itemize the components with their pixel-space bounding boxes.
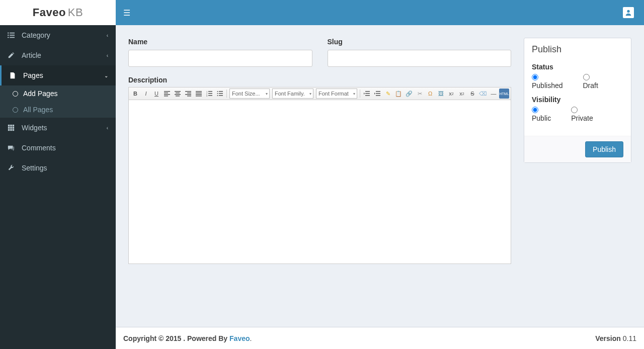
align-right-button[interactable] xyxy=(183,89,193,99)
sidebar-item-pages[interactable]: Pages ⌄ xyxy=(0,65,116,85)
sidebar-item-settings[interactable]: Settings xyxy=(0,158,116,178)
comments-icon xyxy=(8,144,18,151)
status-draft-radio[interactable] xyxy=(583,74,590,80)
name-input[interactable] xyxy=(128,50,312,67)
hr-button[interactable]: — xyxy=(489,89,499,99)
align-justify-button[interactable] xyxy=(194,89,204,99)
remove-format-button[interactable]: ✎ xyxy=(383,89,393,99)
font-format-select[interactable]: Font Format xyxy=(316,89,357,99)
publish-button[interactable]: Publish xyxy=(585,141,623,157)
svg-rect-1 xyxy=(8,33,9,34)
logo[interactable]: Faveo KB xyxy=(0,0,116,25)
underline-button[interactable]: U xyxy=(151,89,162,99)
sidebar-toggle-button[interactable]: ☰ xyxy=(116,0,138,25)
unordered-list-button[interactable] xyxy=(215,89,225,99)
circle-icon xyxy=(13,107,18,113)
special-char-button[interactable]: Ω xyxy=(425,89,435,99)
italic-button[interactable]: I xyxy=(141,89,151,99)
slug-input[interactable] xyxy=(328,50,512,67)
align-center-button[interactable] xyxy=(173,89,183,99)
svg-rect-18 xyxy=(164,94,170,95)
svg-rect-15 xyxy=(13,129,15,131)
svg-rect-6 xyxy=(10,37,15,38)
svg-rect-41 xyxy=(219,93,223,94)
link-button[interactable]: 🔗 xyxy=(404,89,414,99)
svg-rect-10 xyxy=(8,127,10,129)
svg-rect-26 xyxy=(185,94,191,95)
ordered-list-button[interactable]: 123 xyxy=(204,89,214,99)
strikethrough-button[interactable]: S xyxy=(467,89,477,99)
svg-rect-5 xyxy=(8,37,9,38)
footer-faveo-link[interactable]: Faveo xyxy=(229,334,250,342)
logo-main: Faveo xyxy=(33,6,66,19)
svg-rect-13 xyxy=(8,129,10,131)
user-icon xyxy=(625,9,632,16)
visibility-private-radio[interactable] xyxy=(571,107,578,113)
unlink-button[interactable]: ✂ xyxy=(415,89,425,99)
edit-icon xyxy=(8,52,18,59)
sidebar-item-category[interactable]: Category ‹ xyxy=(0,25,116,45)
outdent-button[interactable] xyxy=(362,89,372,99)
svg-rect-33 xyxy=(208,91,212,92)
svg-rect-2 xyxy=(10,33,15,34)
indent-button[interactable] xyxy=(372,89,382,99)
separator xyxy=(360,90,360,98)
font-family-select[interactable]: Font Family. xyxy=(272,89,313,99)
svg-rect-39 xyxy=(219,91,223,92)
chevron-left-icon: ‹ xyxy=(107,53,108,58)
sidebar-item-comments[interactable]: Comments xyxy=(0,138,116,158)
svg-rect-49 xyxy=(376,95,380,96)
svg-point-40 xyxy=(217,93,218,94)
sidebar-item-widgets[interactable]: Widgets ‹ xyxy=(0,118,116,138)
svg-rect-25 xyxy=(187,93,191,94)
name-label: Name xyxy=(128,38,312,46)
publish-box-title: Publish xyxy=(524,38,631,61)
image-button[interactable]: 🖼 xyxy=(436,89,446,99)
rich-text-editor: B I U 123 Font Size... Font Family. Font… xyxy=(128,87,511,264)
footer-version: Version 0.11 xyxy=(595,334,636,342)
visibility-public-radio[interactable] xyxy=(532,107,538,113)
sidebar-item-label: Widgets xyxy=(22,124,47,132)
svg-rect-23 xyxy=(176,96,180,97)
status-label: Status xyxy=(532,63,623,71)
sidebar-item-label: Article xyxy=(22,51,41,59)
svg-point-38 xyxy=(217,91,218,92)
svg-rect-8 xyxy=(10,125,12,127)
main-content: Name Slug Description B I U xyxy=(116,25,644,327)
circle-icon xyxy=(13,91,18,97)
svg-rect-37 xyxy=(208,95,212,96)
svg-rect-45 xyxy=(365,93,370,94)
visibility-private-label: Private xyxy=(571,114,593,122)
paste-button[interactable]: 📋 xyxy=(393,89,404,99)
sidebar-item-article[interactable]: Article ‹ xyxy=(0,45,116,65)
sidebar-sub-add-pages[interactable]: Add Pages xyxy=(0,85,116,102)
font-size-select[interactable]: Font Size... xyxy=(229,89,270,99)
svg-point-0 xyxy=(627,10,629,13)
svg-rect-47 xyxy=(376,91,380,92)
clear-button[interactable]: ⌫ xyxy=(478,89,488,99)
user-menu[interactable] xyxy=(623,7,634,18)
sidebar-submenu-pages: Add Pages All Pages xyxy=(0,85,116,118)
footer-copyright: Copyright © 2015 . Powered By Faveo. xyxy=(123,334,252,342)
svg-text:3: 3 xyxy=(206,95,208,97)
hamburger-icon: ☰ xyxy=(123,8,130,18)
editor-toolbar: B I U 123 Font Size... Font Family. Font… xyxy=(129,88,511,100)
superscript-button[interactable]: x2 xyxy=(457,89,467,99)
sidebar-sub-all-pages[interactable]: All Pages xyxy=(0,102,116,118)
bold-button[interactable]: B xyxy=(130,89,140,99)
source-button[interactable]: HTML xyxy=(499,89,509,99)
sidebar-item-label: Pages xyxy=(23,71,43,79)
logo-sub: KB xyxy=(68,6,83,19)
status-published-radio[interactable] xyxy=(532,74,538,80)
sidebar-sub-label: Add Pages xyxy=(23,90,58,98)
editor-content[interactable] xyxy=(129,100,511,264)
list-icon xyxy=(8,32,18,39)
svg-rect-11 xyxy=(10,127,12,129)
svg-rect-48 xyxy=(376,93,380,94)
svg-rect-3 xyxy=(8,35,9,36)
sidebar-item-label: Comments xyxy=(22,144,56,152)
description-label: Description xyxy=(128,76,511,84)
svg-rect-9 xyxy=(13,125,15,127)
subscript-button[interactable]: x2 xyxy=(446,89,456,99)
align-left-button[interactable] xyxy=(162,89,172,99)
